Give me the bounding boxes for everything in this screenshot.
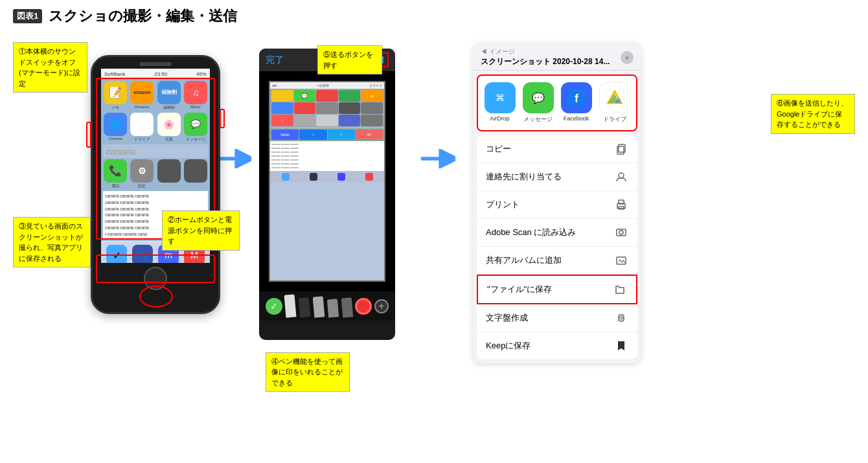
airdrop-label: AirDrop bbox=[490, 115, 510, 122]
app-item bbox=[183, 159, 208, 189]
app-item: ▲ ドライブ bbox=[130, 113, 154, 142]
header: 図表1 スクショの撮影・編集・送信 bbox=[13, 6, 855, 26]
confirm-btn[interactable]: ✓ bbox=[266, 298, 282, 315]
drive-icon bbox=[599, 82, 630, 113]
files-icon bbox=[613, 282, 627, 297]
action-adobe-scan-label: Adobe Scan に読み込み bbox=[486, 227, 576, 238]
contact-icon bbox=[614, 170, 628, 184]
action-assign-contact-label: 連絡先に割り当てる bbox=[486, 171, 562, 183]
album-icon bbox=[614, 253, 628, 267]
carrier: SoftBank bbox=[104, 71, 125, 77]
action-keep-label: Keepに保存 bbox=[486, 340, 531, 352]
left-section: ①本体横のサウンドスイッチをオフ(マナーモード)に設定 ③見ている画面のスクリー… bbox=[13, 36, 220, 314]
facebook-icon: f bbox=[561, 82, 592, 113]
app-item: 📞 電話 bbox=[103, 159, 128, 189]
side-button-outline bbox=[86, 122, 91, 148]
editor-done-btn[interactable]: 完了 bbox=[266, 54, 284, 66]
pen-tool-5[interactable] bbox=[341, 297, 354, 317]
arrow-2 bbox=[418, 146, 457, 172]
middle-section: ⑤送るボタンを押す 完了 ↩ ↪ 🗑 ⬆ bbox=[253, 49, 415, 340]
record-btn[interactable] bbox=[355, 298, 372, 315]
copy-icon bbox=[614, 142, 628, 156]
share-close-button[interactable]: × bbox=[621, 51, 634, 64]
svg-rect-15 bbox=[619, 207, 624, 209]
action-adobe-scan[interactable]: Adobe Scan に読み込み bbox=[477, 219, 637, 247]
editor-bottom-bar: ✓ + bbox=[259, 291, 395, 321]
app-item bbox=[157, 159, 181, 189]
app-item: 🌐 Chrome bbox=[103, 113, 128, 142]
status-bar: SoftBank 23:50 45% bbox=[101, 69, 210, 79]
action-save-files-label: "ファイル"に保存 bbox=[487, 284, 552, 295]
app-item: ⚙ 設定 bbox=[130, 159, 154, 189]
battery: 45% bbox=[196, 71, 207, 77]
main-content: ①本体横のサウンドスイッチをオフ(マナーモード)に設定 ③見ている画面のスクリー… bbox=[13, 36, 855, 363]
share-app-facebook[interactable]: f Facebook bbox=[560, 82, 593, 124]
action-assign-contact[interactable]: 連絡先に割り当てる bbox=[477, 163, 637, 191]
home-button[interactable] bbox=[144, 267, 167, 290]
phone-mockup: SoftBank 23:50 45% 📝 メモ bbox=[91, 55, 220, 314]
arrow-svg bbox=[216, 149, 251, 168]
share-app-messages[interactable]: 💬 メッセージ bbox=[521, 82, 554, 124]
svg-text:💬: 💬 bbox=[532, 92, 545, 104]
share-title: スクリーンショット 2020-10-28 14... bbox=[481, 56, 610, 67]
phone-speaker bbox=[139, 62, 172, 66]
svg-text:f: f bbox=[575, 92, 579, 105]
pen-tool-2[interactable] bbox=[299, 297, 311, 317]
drive-label: ドライブ bbox=[603, 115, 626, 124]
pen-tool-3[interactable] bbox=[313, 296, 325, 317]
action-copy-label: コピー bbox=[486, 143, 511, 155]
pen-tool-1[interactable] bbox=[284, 294, 297, 317]
action-keep[interactable]: Keepに保存 bbox=[477, 332, 637, 359]
app-item: 保険割 保険割 bbox=[157, 81, 181, 111]
figure-badge: 図表1 bbox=[13, 9, 42, 23]
svg-marker-23 bbox=[618, 341, 624, 350]
adobe-scan-icon bbox=[614, 225, 628, 240]
page-title: スクショの撮影・編集・送信 bbox=[49, 6, 237, 26]
messages-icon: 💬 bbox=[523, 82, 554, 113]
watch-icon bbox=[614, 311, 628, 325]
editor-image-area: ald一応保存ドライブ 💬 az bbox=[259, 71, 395, 291]
share-app-airdrop[interactable]: ⌘ AirDrop bbox=[483, 82, 516, 124]
print-icon bbox=[614, 198, 628, 212]
facebook-label: Facebook bbox=[564, 115, 589, 122]
action-watch-face[interactable]: 文字盤作成 bbox=[477, 304, 637, 332]
annotation-3: ③見ている画面のスクリーンショットが撮られ、写真アプリに保存される bbox=[13, 217, 91, 267]
app-item: amazon Amazon bbox=[130, 81, 154, 111]
messages-label: メッセージ bbox=[523, 115, 553, 124]
share-back-arrow[interactable]: ◀ bbox=[481, 48, 487, 55]
add-btn[interactable]: + bbox=[374, 299, 389, 313]
action-print[interactable]: プリント bbox=[477, 191, 637, 219]
annotation-5: ⑤送るボタンを押す bbox=[317, 45, 382, 74]
share-sheet: ◀ イメージ スクリーンショット 2020-10-28 14... × ⌘ Ai… bbox=[473, 42, 641, 363]
canaria-big: canaria bbox=[106, 146, 135, 157]
pen-tools bbox=[285, 295, 352, 317]
right-section: ⑥画像を送信したり、Googleドライブに保存することができる ◀ イメージ ス… bbox=[457, 42, 855, 363]
page-container: 図表1 スクショの撮影・編集・送信 ①本体横のサウンドスイッチをオフ(マナーモー… bbox=[0, 0, 868, 463]
annotation-2: ②ホームボタンと電源ボタンを同時に押す bbox=[162, 210, 240, 251]
share-category: イメージ bbox=[489, 48, 515, 55]
share-nav: ◀ イメージ bbox=[481, 47, 610, 56]
action-print-label: プリント bbox=[486, 199, 520, 210]
action-copy[interactable]: コピー bbox=[477, 135, 637, 163]
svg-text:⌘: ⌘ bbox=[496, 93, 505, 103]
app-item: ♫ Music bbox=[183, 81, 208, 111]
arrow-2-svg bbox=[420, 149, 455, 168]
time: 23:50 bbox=[154, 71, 167, 77]
annotation-1: ①本体横のサウンドスイッチをオフ(マナーモード)に設定 bbox=[13, 42, 87, 93]
app-item: 💬 メッセージ bbox=[183, 113, 208, 142]
action-add-album[interactable]: 共有アルバムに追加 bbox=[477, 247, 637, 275]
svg-point-12 bbox=[619, 173, 624, 178]
share-header: ◀ イメージ スクリーンショット 2020-10-28 14... × bbox=[473, 42, 641, 71]
share-app-drive[interactable]: ドライブ bbox=[598, 82, 631, 124]
share-apps-row: ⌘ AirDrop 💬 メッセージ f Facebo bbox=[477, 74, 637, 131]
action-save-files[interactable]: "ファイル"に保存 bbox=[477, 275, 637, 304]
annotation-4: ④ペン機能を使って画像に印をいれることができる bbox=[266, 352, 350, 392]
action-list: コピー 連絡先に割り当てる プリント bbox=[477, 135, 637, 359]
pen-tool-4[interactable] bbox=[327, 299, 339, 317]
dock-app: ✓ bbox=[106, 245, 127, 263]
screenshot-editor: 完了 ↩ ↪ 🗑 ⬆ ald一応保存ドライブ bbox=[259, 49, 395, 340]
power-button-outline bbox=[220, 109, 225, 128]
app-item: 📝 メモ bbox=[103, 81, 128, 111]
airdrop-icon: ⌘ bbox=[485, 82, 516, 113]
keep-icon bbox=[614, 339, 628, 353]
